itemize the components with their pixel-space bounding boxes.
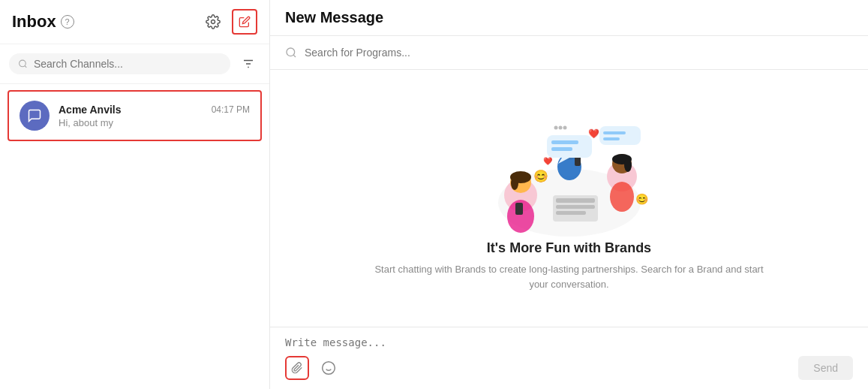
channel-avatar	[20, 101, 50, 131]
main-header: New Message	[270, 0, 868, 36]
filter-button[interactable]	[236, 52, 260, 76]
svg-point-1	[20, 60, 26, 67]
svg-point-6	[287, 48, 295, 56]
sidebar-header: Inbox ?	[0, 0, 269, 44]
settings-button[interactable]	[200, 9, 226, 35]
message-tools	[285, 356, 341, 380]
svg-point-34	[563, 126, 566, 130]
svg-point-32	[554, 126, 557, 130]
page-title: New Message	[285, 9, 853, 26]
gear-icon	[206, 14, 221, 29]
search-channels-input[interactable]	[34, 58, 221, 70]
edit-icon	[239, 16, 251, 28]
send-button[interactable]: Send	[798, 356, 853, 380]
fun-title: It's More Fun with Brands	[487, 240, 651, 256]
svg-text:😊: 😊	[635, 193, 649, 206]
sidebar-actions	[200, 9, 257, 35]
message-toolbar: Send	[285, 351, 853, 383]
svg-text:❤️: ❤️	[588, 128, 599, 139]
channel-list: Acme Anvils 04:17 PM Hi, about my	[0, 84, 269, 389]
search-bar	[0, 44, 269, 84]
channel-preview: Hi, about my	[59, 117, 250, 128]
svg-rect-11	[515, 203, 523, 215]
channel-info: Acme Anvils 04:17 PM Hi, about my	[59, 104, 250, 128]
svg-rect-42	[556, 211, 586, 215]
sidebar-title: Inbox ?	[12, 12, 74, 32]
message-input-area: Send	[270, 327, 868, 389]
svg-point-21	[610, 182, 634, 212]
smile-icon	[321, 360, 336, 375]
brands-illustration: 😊 😊 ❤️ ❤️	[472, 105, 667, 240]
svg-line-7	[293, 55, 296, 57]
svg-line-2	[25, 66, 26, 68]
main-content: 😊 😊 ❤️ ❤️ It's More Fun with Brands Star…	[270, 70, 868, 327]
svg-rect-25	[547, 135, 592, 158]
svg-point-24	[624, 158, 632, 172]
svg-rect-27	[551, 147, 572, 151]
channel-name: Acme Anvils	[59, 104, 122, 116]
svg-rect-30	[603, 131, 626, 134]
channel-time: 04:17 PM	[212, 104, 250, 115]
chat-icon	[27, 108, 42, 123]
svg-rect-41	[556, 205, 595, 209]
emoji-button[interactable]	[317, 356, 341, 380]
compose-button[interactable]	[232, 9, 257, 35]
svg-text:❤️: ❤️	[543, 156, 553, 166]
svg-point-0	[212, 20, 215, 24]
search-programs-bar	[270, 36, 868, 70]
fun-subtitle: Start chatting with Brands to create lon…	[374, 262, 764, 291]
message-input[interactable]	[285, 336, 853, 348]
svg-point-33	[558, 126, 562, 130]
attach-button[interactable]	[285, 356, 309, 380]
svg-rect-29	[599, 126, 641, 145]
filter-icon	[242, 57, 255, 71]
inbox-title: Inbox	[12, 12, 56, 32]
svg-rect-26	[551, 140, 578, 144]
channel-name-row: Acme Anvils 04:17 PM	[59, 104, 250, 116]
main-panel: New Message	[270, 0, 868, 389]
search-input-wrap	[9, 53, 230, 74]
svg-rect-31	[603, 137, 620, 140]
svg-point-14	[511, 176, 518, 190]
channel-item[interactable]: Acme Anvils 04:17 PM Hi, about my	[8, 90, 262, 141]
svg-point-43	[323, 362, 335, 375]
svg-rect-40	[556, 198, 595, 203]
paperclip-icon	[291, 362, 303, 374]
help-icon[interactable]: ?	[61, 15, 74, 29]
sidebar: Inbox ?	[0, 0, 270, 389]
svg-text:😊: 😊	[533, 169, 548, 183]
search-programs-input[interactable]	[305, 47, 853, 59]
search-programs-icon	[285, 47, 297, 59]
search-icon	[18, 59, 28, 69]
